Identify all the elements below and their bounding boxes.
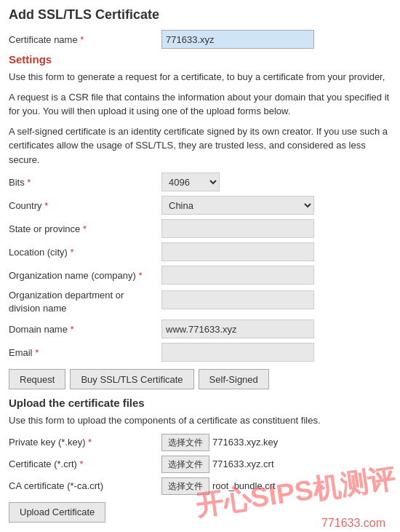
cert-crt-input-wrapper: 选择文件 771633.xyz.crt — [161, 456, 274, 473]
org-name-input[interactable] — [161, 266, 314, 285]
cert-crt-label: Certificate (*.crt) * — [9, 458, 161, 469]
org-dept-input[interactable] — [161, 290, 314, 309]
cert-name-input[interactable] — [161, 30, 314, 49]
upload-section: Upload the certificate files Use this fo… — [9, 397, 391, 523]
info-text-3: A self-signed certificate is an identity… — [9, 124, 391, 167]
org-name-label: Organization name (company) * — [9, 270, 161, 281]
country-select[interactable]: China United States United Kingdom — [161, 196, 314, 215]
private-key-row: Private key (*.key) * 选择文件 771633.xyz.ke… — [9, 434, 391, 451]
bits-label: Bits * — [9, 177, 161, 188]
cert-crt-row: Certificate (*.crt) * 选择文件 771633.xyz.cr… — [9, 456, 391, 473]
location-input[interactable] — [161, 242, 314, 261]
email-label: Email * — [9, 347, 161, 358]
private-key-filename: 771633.xyz.key — [212, 437, 278, 448]
upload-info: Use this form to upload the components o… — [9, 413, 391, 428]
org-dept-row: Organization department or division name — [9, 289, 391, 315]
bits-row: Bits * 4096 2048 1024 — [9, 172, 391, 191]
country-row: Country * China United States United Kin… — [9, 196, 391, 215]
buy-button[interactable]: Buy SSL/TLS Certificate — [70, 369, 193, 389]
private-key-label: Private key (*.key) * — [9, 437, 161, 448]
info-text-1: Use this form to generate a request for … — [9, 70, 391, 84]
private-key-input-wrapper: 选择文件 771633.xyz.key — [161, 434, 278, 451]
country-label: Country * — [9, 200, 161, 211]
action-buttons: Request Buy SSL/TLS Certificate Self-Sig… — [9, 369, 391, 389]
upload-heading: Upload the certificate files — [9, 397, 391, 409]
ca-cert-label: CA certificate (*-ca.crt) — [9, 480, 161, 491]
settings-heading: Settings — [9, 53, 391, 65]
state-row: State or province * — [9, 219, 391, 238]
cert-name-label: Certificate name * — [9, 34, 161, 45]
org-name-row: Organization name (company) * — [9, 266, 391, 285]
cert-crt-choose-button[interactable]: 选择文件 — [161, 456, 209, 473]
ca-cert-row: CA certificate (*-ca.crt) 选择文件 root_bund… — [9, 477, 391, 495]
self-signed-button[interactable]: Self-Signed — [199, 369, 269, 389]
ca-cert-input-wrapper: 选择文件 root_bundle.crt — [161, 477, 276, 495]
request-button[interactable]: Request — [9, 369, 65, 389]
upload-button-row: Upload Certificate — [9, 502, 391, 523]
location-label: Location (city) * — [9, 247, 161, 258]
location-row: Location (city) * — [9, 242, 391, 261]
ca-cert-choose-button[interactable]: 选择文件 — [161, 477, 209, 495]
email-row: Email * — [9, 343, 391, 362]
cert-name-row: Certificate name * — [9, 30, 391, 49]
state-label: State or province * — [9, 223, 161, 234]
domain-row: Domain name * — [9, 319, 391, 338]
state-input[interactable] — [161, 219, 314, 238]
info-text-2: A request is a CSR file that contains th… — [9, 90, 391, 119]
private-key-choose-button[interactable]: 选择文件 — [161, 434, 209, 451]
cert-crt-filename: 771633.xyz.crt — [212, 458, 274, 469]
ca-cert-filename: root_bundle.crt — [212, 480, 276, 491]
upload-certificate-button[interactable]: Upload Certificate — [9, 502, 105, 523]
bits-select[interactable]: 4096 2048 1024 — [161, 172, 220, 191]
page-title: Add SSL/TLS Certificate — [9, 7, 391, 23]
email-input[interactable] — [161, 343, 314, 362]
domain-label: Domain name * — [9, 324, 161, 335]
org-dept-label: Organization department or division name — [9, 289, 161, 315]
domain-input[interactable] — [161, 319, 314, 338]
